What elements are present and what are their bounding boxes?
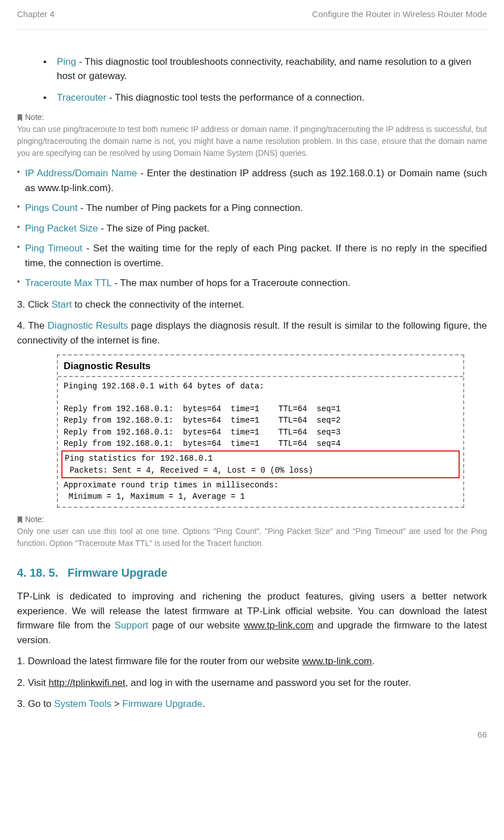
page-number: 66 bbox=[17, 729, 487, 742]
note-label-text: Note: bbox=[25, 111, 44, 123]
steps-list-1: 3. Click Start to check the connectivity… bbox=[17, 297, 487, 348]
diag-reply-2: Reply from 192.168.0.1: bytes=64 time=1 … bbox=[64, 416, 340, 425]
section-number: 4. 18. 5. bbox=[17, 566, 58, 579]
step3-b: to check the connectivity of the interne… bbox=[72, 299, 244, 310]
diagnostic-tools-list: Ping - This diagnostic tool troubleshoot… bbox=[43, 55, 487, 105]
tracerouter-desc: - This diagnostic tool tests the perform… bbox=[106, 92, 364, 103]
param-pingscount: Pings Count - The number of Ping packets… bbox=[17, 201, 487, 216]
diagnostic-results-figure: Diagnostic Results Pinging 192.168.0.1 w… bbox=[57, 354, 464, 508]
firmware-upgrade-term: Firmware Upgrade bbox=[122, 698, 202, 709]
diag-rt-1: Approximate round trip times in millisec… bbox=[64, 481, 278, 490]
pingscount-desc: - The number of Ping packets for a Ping … bbox=[78, 202, 303, 213]
diag-ping-line: Pinging 192.168.0.1 with 64 bytes of dat… bbox=[64, 382, 264, 391]
diagresults-term: Diagnostic Results bbox=[48, 320, 128, 331]
tracerouter-term: Tracerouter bbox=[57, 92, 106, 103]
fw-s3gt: > bbox=[111, 698, 122, 709]
note-label-2: Note: bbox=[17, 514, 487, 525]
section-title: Firmware Upgrade bbox=[68, 566, 168, 579]
diag-stats-highlight: Ping statistics for 192.168.0.1 Packets:… bbox=[61, 450, 460, 478]
diag-rt-2: Minimum = 1, Maximum = 1, Average = 1 bbox=[64, 492, 245, 501]
pingtimeout-desc: - Set the waiting time for the reply of … bbox=[25, 243, 487, 268]
param-pingtimeout: Ping Timeout - Set the waiting time for … bbox=[17, 241, 487, 270]
support-term: Support bbox=[115, 620, 149, 631]
fw-s2b: , and log in with the username and passw… bbox=[126, 677, 411, 688]
tplink-website-link-2[interactable]: www.tp-link.com bbox=[302, 656, 372, 667]
diag-reply-3: Reply from 192.168.0.1: bytes=64 time=1 … bbox=[64, 428, 340, 437]
diag-stats-2: Packets: Sent = 4, Received = 4, Lost = … bbox=[65, 466, 313, 475]
ping-desc: - This diagnostic tool troubleshoots con… bbox=[57, 56, 472, 82]
param-ipaddr: IP Address/Domain Name - Enter the desti… bbox=[17, 166, 487, 195]
step-3: 3. Click Start to check the connectivity… bbox=[17, 297, 487, 312]
fw-s3a: 3. Go to bbox=[17, 698, 54, 709]
step4-a: 4. The bbox=[17, 320, 48, 331]
ttl-desc: - The max number of hops for a Tracerout… bbox=[111, 278, 350, 288]
bookmark-icon bbox=[17, 114, 23, 121]
fw-s1b: . bbox=[372, 656, 375, 667]
step3-a: 3. Click bbox=[17, 299, 51, 310]
bookmark-icon bbox=[17, 516, 23, 523]
param-ttl: Traceroute Max TTL - The max number of h… bbox=[17, 276, 487, 291]
ping-term: Ping bbox=[57, 56, 76, 67]
start-term: Start bbox=[51, 299, 72, 310]
note-text-2: Only one user can use this tool at one t… bbox=[17, 525, 487, 549]
steps-list-2: 1. Download the latest firmware file for… bbox=[17, 654, 487, 711]
tool-ping: Ping - This diagnostic tool troubleshoot… bbox=[43, 55, 487, 84]
tplinkwifi-link[interactable]: http://tplinkwifi.net bbox=[48, 677, 125, 688]
note-label-text-2: Note: bbox=[25, 514, 44, 525]
header-title: Configure the Router in Wireless Router … bbox=[312, 8, 487, 21]
fw-s3b: . bbox=[202, 698, 205, 709]
diag-reply-4: Reply from 192.168.0.1: bytes=64 time=1 … bbox=[64, 439, 340, 448]
fw-s2a: 2. Visit bbox=[17, 677, 48, 688]
tool-tracerouter: Tracerouter - This diagnostic tool tests… bbox=[43, 90, 487, 105]
ipaddr-term: IP Address/Domain Name bbox=[25, 168, 137, 179]
page-header: Chapter 4 Configure the Router in Wirele… bbox=[17, 0, 487, 30]
fw-step-3: 3. Go to System Tools > Firmware Upgrade… bbox=[17, 697, 487, 711]
fw-step-1: 1. Download the latest firmware file for… bbox=[17, 654, 487, 669]
diagnostic-results-body: Pinging 192.168.0.1 with 64 bytes of dat… bbox=[58, 377, 463, 507]
tplink-website-link[interactable]: www.tp-link.com bbox=[244, 620, 314, 631]
fw-s1a: 1. Download the latest firmware file for… bbox=[17, 656, 302, 667]
fw-step-2: 2. Visit http://tplinkwifi.net, and log … bbox=[17, 676, 487, 690]
ttl-term: Traceroute Max TTL bbox=[25, 278, 111, 288]
step-4: 4. The Diagnostic Results page displays … bbox=[17, 318, 487, 347]
fw-p1b: page of our website bbox=[148, 620, 244, 631]
pingtimeout-term: Ping Timeout bbox=[25, 243, 82, 254]
system-tools-term: System Tools bbox=[54, 698, 111, 709]
chapter-label: Chapter 4 bbox=[17, 8, 55, 21]
section-heading-firmware: 4. 18. 5. Firmware Upgrade bbox=[17, 564, 487, 581]
pingsize-term: Ping Packet Size bbox=[25, 223, 98, 234]
diagnostic-results-title: Diagnostic Results bbox=[58, 355, 463, 377]
param-pingsize: Ping Packet Size - The size of Ping pack… bbox=[17, 221, 487, 236]
diag-reply-1: Reply from 192.168.0.1: bytes=64 time=1 … bbox=[64, 404, 340, 413]
note-label-1: Note: bbox=[17, 111, 487, 123]
note-text-1: You can use ping/traceroute to test both… bbox=[17, 123, 487, 159]
firmware-paragraph: TP-Link is dedicated to improving and ri… bbox=[17, 589, 487, 647]
parameters-list: IP Address/Domain Name - Enter the desti… bbox=[17, 166, 487, 291]
diag-stats-1: Ping statistics for 192.168.0.1 bbox=[65, 454, 213, 463]
pingsize-desc: - The size of Ping packet. bbox=[98, 223, 210, 234]
pingscount-term: Pings Count bbox=[25, 202, 78, 213]
